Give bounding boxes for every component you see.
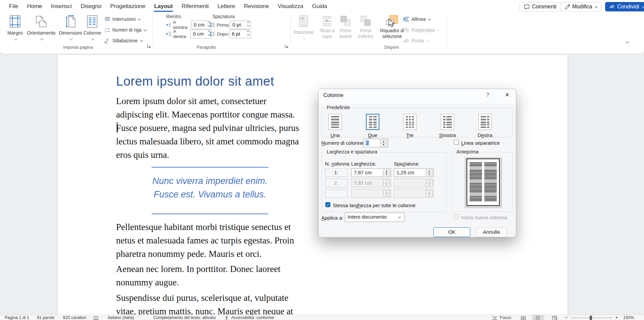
- preset-destra[interactable]: Destra: [472, 114, 498, 138]
- columns-icon: [87, 15, 98, 28]
- tab-home[interactable]: Home: [22, 0, 46, 12]
- word-count[interactable]: 91 parole: [37, 315, 54, 320]
- accessibility-status[interactable]: Accessibilità: conforme: [231, 315, 274, 320]
- proofing-icon[interactable]: [94, 316, 98, 320]
- language-indicator[interactable]: Italiano (Italia): [108, 315, 134, 320]
- spinner-arrows[interactable]: [247, 22, 249, 26]
- zoom-slider-thumb[interactable]: [590, 316, 592, 320]
- sillabazione-button[interactable]: a- bc Sillabazione: [104, 37, 142, 44]
- tab-disegno[interactable]: Disegno: [76, 0, 106, 12]
- indent-left-label: A sinistra:: [173, 20, 191, 30]
- stessa-larghezza-label: Stessa larghezza per tutte le colonne: [333, 202, 416, 208]
- orientamento-button[interactable]: Orientamento: [26, 14, 56, 42]
- tab-inserisci[interactable]: Inserisci: [47, 0, 76, 12]
- collapse-ribbon-button[interactable]: [626, 39, 628, 45]
- text-wrap-icon: [322, 15, 332, 27]
- document-paragraph-4: Suspendisse dui purus, scelerisque at, v…: [116, 291, 293, 315]
- accessibility-icon[interactable]: [224, 316, 229, 320]
- page-indicator[interactable]: Pagina 1 di 1: [5, 315, 29, 320]
- interruzioni-button[interactable]: Interruzioni: [104, 15, 140, 23]
- allinea-button[interactable]: Allinea: [404, 15, 430, 23]
- read-mode-icon[interactable]: [521, 316, 526, 320]
- one-column-icon: [328, 114, 342, 130]
- indent-left-input[interactable]: 0 cm: [191, 20, 212, 29]
- annulla-button[interactable]: Annulla: [476, 227, 507, 237]
- spacing-after-label: Dopo:: [217, 32, 229, 37]
- focus-mode-button[interactable]: Focus: [500, 315, 511, 320]
- tab-revisione[interactable]: Revisione: [239, 0, 273, 12]
- row1-spacing-input[interactable]: 1,25 cm ▲▼: [394, 168, 434, 177]
- close-button[interactable]: ✕: [503, 92, 511, 98]
- numeri-di-riga-button[interactable]: 1 2 Numeri di riga: [104, 26, 146, 34]
- indent-right-field: A destra: 0 cm: [166, 30, 212, 38]
- spinner-arrows[interactable]: [247, 31, 249, 35]
- spacing-after-input[interactable]: 8 pt: [229, 30, 251, 38]
- anteprima-group-label: Anteprima: [455, 149, 480, 154]
- help-button[interactable]: ?: [484, 92, 491, 98]
- colonne-button[interactable]: Colonne: [80, 14, 104, 42]
- mouse-cursor: [388, 18, 395, 28]
- chevron-down-icon: [91, 37, 94, 40]
- preset-tre[interactable]: Tre: [396, 114, 423, 138]
- imposta-pagina-dialog-launcher[interactable]: [147, 44, 152, 49]
- document-paragraph-3: Aenean nec lorem. In porttitor. Donec la…: [116, 262, 280, 289]
- porta-indietro-label: Porta indietro: [351, 28, 380, 39]
- orientamento-label: Orientamento: [26, 30, 56, 36]
- tab-guida[interactable]: Guida: [308, 0, 331, 12]
- zoom-slider-track[interactable]: [572, 318, 612, 318]
- paragrafo-group-label: Paragrafo: [188, 45, 225, 50]
- two-columns-icon: [366, 114, 379, 130]
- linea-separatrice-checkbox[interactable]: [454, 140, 459, 145]
- edit-mode-button[interactable]: Modifica: [560, 2, 601, 11]
- spacing-before-input[interactable]: 0 pt: [230, 20, 251, 29]
- spacing-header: Spaziatura:: [394, 161, 419, 167]
- riquadro-di-selezione-label: Riquadro di selezione: [376, 28, 408, 39]
- print-layout-icon[interactable]: [536, 316, 540, 320]
- larghezza-group-label: Larghezza e spaziatura: [325, 149, 379, 154]
- text-completion-status[interactable]: Completamento del testo: attivato: [153, 315, 216, 320]
- row2-number: 2:: [325, 179, 347, 187]
- raggruppa-button: Raggruppa: [404, 26, 439, 34]
- applica-a-select[interactable]: Intero documento: [345, 213, 405, 222]
- tab-progettazione[interactable]: Progettazione: [106, 0, 150, 12]
- tab-file[interactable]: File: [5, 0, 22, 12]
- group-icon: [404, 27, 410, 33]
- row2-width-input: 7,87 cm ▲▼: [351, 179, 391, 187]
- spinner[interactable]: ▲▼: [383, 169, 390, 176]
- zoom-level[interactable]: 150%: [623, 315, 634, 320]
- tab-lettere[interactable]: Lettere: [213, 0, 239, 12]
- document-paragraph-1: Lorem ipsum dolor sit amet, consectetuer…: [116, 94, 299, 162]
- stessa-larghezza-checkbox[interactable]: ✓: [325, 202, 330, 207]
- margini-button[interactable]: Margini: [0, 14, 30, 42]
- indent-left-field: A sinistra: 0 cm: [166, 20, 212, 29]
- porta-indietro-button: Porta indietro: [351, 14, 380, 39]
- row1-width-input[interactable]: 7,87 cm ▲▼: [351, 168, 391, 177]
- spinner[interactable]: ▲▼: [380, 140, 387, 146]
- tab-visualizza[interactable]: Visualizza: [273, 0, 308, 12]
- paragrafo-dialog-launcher[interactable]: [284, 44, 289, 49]
- numero-di-colonne-input[interactable]: 2 ▲▼: [364, 139, 388, 147]
- preset-sinistra[interactable]: Sinistra: [434, 114, 461, 138]
- share-label: Condividi: [617, 4, 639, 10]
- tab-layout[interactable]: Layout: [150, 0, 177, 12]
- indent-left-icon: [166, 22, 171, 28]
- char-count[interactable]: 620 caratteri: [63, 315, 86, 320]
- zoom-in-button[interactable]: +: [615, 315, 618, 320]
- svg-text:bc: bc: [105, 41, 108, 44]
- tab-riferimenti[interactable]: Riferimenti: [177, 0, 213, 12]
- ok-button[interactable]: OK: [433, 227, 470, 237]
- indent-right-input[interactable]: 0 cm: [190, 30, 212, 38]
- row1-number: 1:: [325, 168, 347, 177]
- align-icon: [404, 16, 410, 22]
- preset-una[interactable]: Una: [322, 114, 348, 138]
- applica-a-label: Applica a:: [321, 215, 343, 221]
- comments-button[interactable]: Commenti: [520, 2, 561, 11]
- share-button[interactable]: Condividi: [605, 2, 644, 11]
- zoom-out-button[interactable]: −: [565, 315, 568, 320]
- web-layout-icon[interactable]: [552, 316, 557, 320]
- margins-icon: [9, 15, 21, 28]
- ribbon-tabs: File Home Inserisci Disegno Progettazion…: [5, 0, 332, 12]
- spinner[interactable]: ▲▼: [426, 169, 433, 176]
- preset-due[interactable]: Due: [359, 114, 386, 138]
- chevron-down-icon: [144, 28, 147, 31]
